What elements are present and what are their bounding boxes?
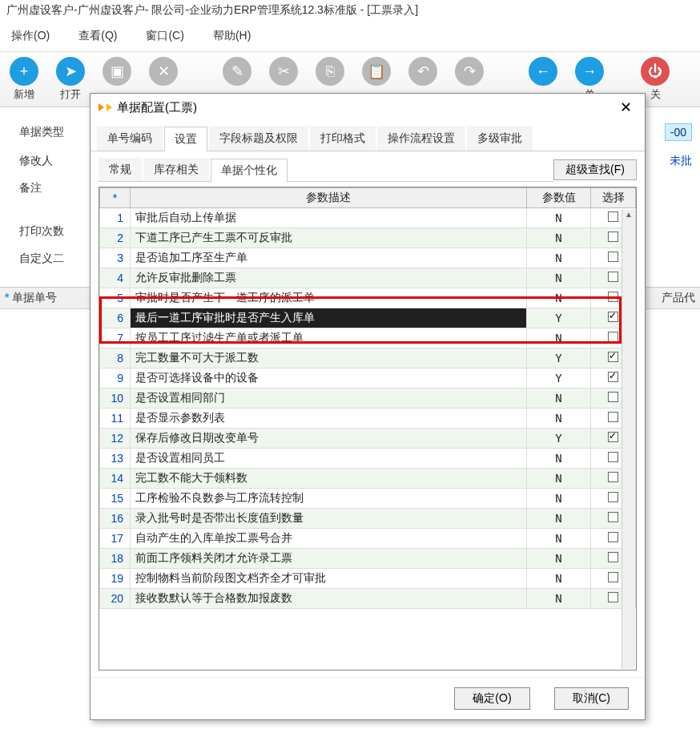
col-product: 产品代	[662, 291, 695, 305]
close-icon: ✕	[149, 57, 178, 86]
table-row[interactable]: 18前面工序领料关闭才允许录工票N	[100, 549, 636, 569]
row-value[interactable]: Y	[527, 369, 591, 389]
row-value[interactable]: Y	[527, 429, 591, 449]
table-row[interactable]: 4允许反审批删除工票N	[100, 268, 636, 288]
table-row[interactable]: 16录入批号时是否带出长度值到数量N	[100, 509, 636, 529]
row-value[interactable]: N	[527, 288, 591, 308]
tab-main-5[interactable]: 多级审批	[467, 126, 533, 151]
row-value[interactable]: N	[527, 469, 591, 489]
table-row[interactable]: 11是否显示参数列表N	[100, 409, 636, 429]
table-row[interactable]: 9是否可选择设备中的设备Y	[100, 369, 636, 389]
row-desc: 下道工序已产生工票不可反审批	[131, 228, 527, 248]
redo-icon: ↷	[455, 57, 484, 86]
row-value[interactable]: N	[527, 228, 591, 248]
menu-help[interactable]: 帮助(H)	[202, 26, 262, 46]
col-doc-no: 单据单号	[12, 291, 57, 304]
save-icon: ▣	[103, 57, 131, 86]
menu-operate[interactable]: 操作(O)	[0, 26, 61, 46]
new-button[interactable]: +新增	[6, 57, 42, 102]
row-desc: 最后一道工序审批时是否产生入库单	[131, 308, 527, 328]
row-value[interactable]: N	[527, 509, 591, 529]
table-row[interactable]: 17自动产生的入库单按工票号合并N	[100, 529, 636, 549]
table-row[interactable]: 2下道工序已产生工票不可反审批N	[100, 228, 636, 248]
row-index: 11	[100, 409, 131, 429]
row-value[interactable]: N	[527, 449, 591, 469]
table-row[interactable]: 19控制物料当前阶段图文档齐全才可审批N	[100, 569, 636, 589]
table-row[interactable]: 13是否设置相同员工N	[100, 449, 636, 469]
tab-main-0[interactable]: 单号编码	[97, 126, 163, 151]
row-value[interactable]: N	[527, 549, 591, 569]
dialog-close-button[interactable]: ✕	[615, 99, 637, 116]
approve-state: 未批	[670, 154, 692, 168]
row-value[interactable]: N	[527, 569, 591, 589]
row-desc: 完工数不能大于领料数	[131, 469, 527, 489]
tab-main-2[interactable]: 字段标题及权限	[209, 126, 308, 151]
row-index: 2	[100, 228, 131, 248]
row-value[interactable]: N	[527, 489, 591, 509]
table-row[interactable]: 1审批后自动上传单据N	[100, 208, 636, 228]
dialog-footer: 确定(O) 取消(C)	[91, 677, 645, 719]
power-icon: ⏻	[641, 57, 670, 86]
tab-sub-0[interactable]: 常规	[99, 158, 142, 181]
row-value[interactable]: Y	[527, 348, 591, 369]
required-mark: *	[5, 291, 9, 304]
table-row[interactable]: 12保存后修改日期改变单号Y	[100, 429, 636, 449]
tab-main-1[interactable]: 设置	[164, 127, 207, 151]
row-desc: 审批时是否产生下一道工序的派工单	[131, 288, 527, 308]
table-row[interactable]: 7按员工工序过滤生产单或者派工单N	[100, 328, 636, 348]
doc-no-field[interactable]: -00	[665, 123, 692, 141]
menu-bar: 操作(O) 查看(Q) 窗口(C) 帮助(H)	[0, 21, 700, 51]
row-value[interactable]: N	[527, 589, 591, 609]
menu-window[interactable]: 窗口(C)	[135, 26, 195, 46]
row-value[interactable]: N	[527, 328, 591, 348]
cancel-button[interactable]: 取消(C)	[554, 687, 629, 710]
param-grid: * 参数描述 参数值 选择 1审批后自动上传单据N2下道工序已产生工票不可反审批…	[99, 187, 637, 671]
row-index: 15	[100, 489, 131, 509]
arrow-left-icon: ←	[529, 57, 557, 86]
table-row[interactable]: 8完工数量不可大于派工数Y	[100, 348, 636, 369]
row-desc: 按员工工序过滤生产单或者派工单	[131, 328, 527, 348]
plus-icon: +	[10, 57, 38, 86]
modifier-label: 修改人	[19, 154, 77, 168]
table-row[interactable]: 3是否追加工序至生产单N	[100, 248, 636, 268]
table-row[interactable]: 5审批时是否产生下一道工序的派工单N	[100, 288, 636, 308]
table-row[interactable]: 10是否设置相同部门N	[100, 389, 636, 409]
tab-sub-1[interactable]: 库存相关	[143, 158, 209, 181]
tab-main-3[interactable]: 打印格式	[310, 126, 376, 151]
scrollbar[interactable]	[622, 210, 635, 669]
table-row[interactable]: 6最后一道工序审批时是否产生入库单Y	[100, 308, 636, 328]
tab-main-4[interactable]: 操作流程设置	[377, 126, 465, 151]
tab-sub-2[interactable]: 单据个性化	[211, 159, 288, 182]
row-index: 6	[100, 308, 131, 328]
paste-icon: 📋	[362, 57, 391, 86]
dialog-title: 单据配置(工票)	[117, 100, 197, 115]
row-desc: 是否显示参数列表	[131, 409, 527, 429]
super-find-button[interactable]: 超级查找(F)	[553, 159, 637, 180]
row-index: 16	[100, 509, 131, 529]
row-desc: 自动产生的入库单按工票号合并	[131, 529, 527, 549]
dialog-titlebar: 单据配置(工票) ✕	[91, 94, 645, 121]
table-row[interactable]: 15工序检验不良数参与工序流转控制N	[100, 489, 636, 509]
row-value[interactable]: N	[527, 389, 591, 409]
tabs-main: 单号编码设置字段标题及权限打印格式操作流程设置多级审批	[91, 126, 645, 151]
row-value[interactable]: N	[527, 409, 591, 429]
table-row[interactable]: 14完工数不能大于领料数N	[100, 469, 636, 489]
copy-icon: ⎘	[316, 57, 344, 86]
row-value[interactable]: N	[527, 529, 591, 549]
row-desc: 前面工序领料关闭才允许录工票	[131, 549, 527, 569]
row-value[interactable]: N	[527, 268, 591, 288]
open-button[interactable]: ➤打开	[53, 57, 88, 102]
menu-view[interactable]: 查看(Q)	[67, 26, 128, 46]
row-value[interactable]: N	[527, 248, 591, 268]
config-dialog: 单据配置(工票) ✕ 单号编码设置字段标题及权限打印格式操作流程设置多级审批 常…	[90, 93, 646, 720]
row-index: 13	[100, 449, 131, 469]
row-value[interactable]: N	[527, 208, 591, 228]
ok-button[interactable]: 确定(O)	[454, 687, 529, 710]
row-index: 7	[100, 328, 131, 348]
table-row[interactable]: 20接收数默认等于合格数加报废数N	[100, 589, 636, 609]
row-value[interactable]: Y	[527, 308, 591, 328]
undo-icon: ↶	[408, 57, 437, 86]
row-index: 4	[100, 268, 131, 288]
tabs-sub: 常规库存相关单据个性化	[99, 158, 553, 182]
row-desc: 接收数默认等于合格数加报废数	[131, 589, 527, 609]
